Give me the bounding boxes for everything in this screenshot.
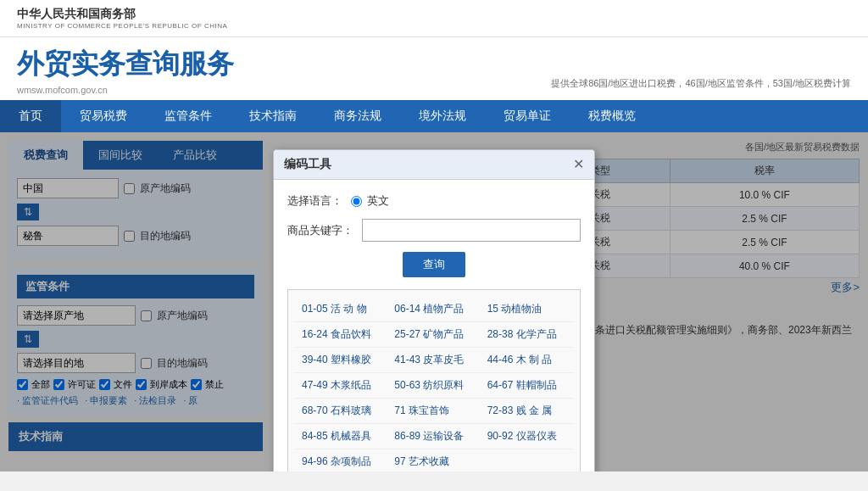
site-title-bar: 外贸实务查询服务 wmsw.mofcom.gov.cn 提供全球86国/地区进出… [0,37,868,100]
category-cell[interactable]: 41-43 皮革皮毛 [387,348,480,372]
nav-home[interactable]: 首页 [0,100,61,132]
category-cell[interactable]: 39-40 塑料橡胶 [295,348,387,372]
nav-foreign-law[interactable]: 境外法规 [400,100,485,132]
site-subtitle: 提供全球86国/地区进出口税费，46国/地区监管条件，53国/地区税费计算 [551,77,851,95]
category-cell[interactable]: 94-96 杂项制品 [295,449,387,471]
category-cell[interactable]: 01-05 活 动 物 [295,297,387,321]
keyword-input[interactable] [362,219,581,242]
nav-trade-tax[interactable]: 贸易税费 [61,100,146,132]
category-row: 94-96 杂项制品97 艺术收藏 [295,449,573,471]
content-wrapper: 税费查询 国间比较 产品比较 原产地编码 ⇅ 目的地编码 监管条件 [0,132,868,471]
modal-body: 选择语言： 英文 商品关键字： 查询 01-05 活 动 物06-14 植物产品… [274,180,594,471]
site-url: wmsw.mofcom.gov.cn [17,85,234,95]
category-row: 47-49 木浆纸品50-63 纺织原料64-67 鞋帽制品 [295,373,573,399]
category-cell[interactable]: 64-67 鞋帽制品 [481,373,573,398]
nav-trade-docs[interactable]: 贸易单证 [485,100,570,132]
category-row: 39-40 塑料橡胶41-43 皮革皮毛44-46 木 制 品 [295,348,573,373]
category-row: 84-85 机械器具86-89 运输设备90-92 仪器仪表 [295,424,573,449]
modal-close-button[interactable]: ✕ [573,158,584,171]
category-cell[interactable]: 47-49 木浆纸品 [295,373,387,398]
category-cell[interactable]: 71 珠宝首饰 [387,399,480,423]
language-label: 选择语言： [287,193,342,209]
nav-supervision[interactable]: 监管条件 [146,100,231,132]
modal-overlay: 编码工具 ✕ 选择语言： 英文 商品关键字： 查询 01-05 活 动 物06 [0,132,868,471]
category-row: 68-70 石料玻璃71 珠宝首饰72-83 贱 金 属 [295,399,573,424]
category-cell[interactable]: 16-24 食品饮料 [295,322,387,347]
main-nav: 首页 贸易税费 监管条件 技术指南 商务法规 境外法规 贸易单证 税费概览 [0,100,868,132]
ministry-name-en: MINISTRY OF COMMERCE PEOPLE'S REPUBLIC O… [17,22,227,30]
language-row: 选择语言： 英文 [287,193,581,209]
category-cell[interactable]: 44-46 木 制 品 [481,348,573,372]
category-cell[interactable]: 28-38 化学产品 [481,322,573,347]
top-header: 中华人民共和国商务部 MINISTRY OF COMMERCE PEOPLE'S… [0,0,868,37]
language-radio-english-label: 英文 [367,193,389,209]
category-cell [481,449,573,471]
category-row: 16-24 食品饮料25-27 矿物产品28-38 化学产品 [295,322,573,348]
language-radio-group: 英文 [351,193,389,209]
encoding-tool-modal: 编码工具 ✕ 选择语言： 英文 商品关键字： 查询 01-05 活 动 物06 [273,149,595,471]
nav-tech-guide[interactable]: 技术指南 [231,100,315,132]
category-grid: 01-05 活 动 物06-14 植物产品15 动植物油16-24 食品饮料25… [287,289,581,471]
category-cell[interactable]: 50-63 纺织原料 [387,373,480,398]
modal-header: 编码工具 ✕ [274,150,594,180]
modal-search-button[interactable]: 查询 [403,252,465,277]
nav-tax-overview[interactable]: 税费概览 [570,100,654,132]
category-cell[interactable]: 97 艺术收藏 [387,449,480,471]
category-cell[interactable]: 84-85 机械器具 [295,424,387,449]
modal-title: 编码工具 [284,157,331,172]
keyword-row: 商品关键字： [287,219,581,242]
category-cell[interactable]: 06-14 植物产品 [387,297,480,321]
category-row: 01-05 活 动 物06-14 植物产品15 动植物油 [295,297,573,322]
category-cell[interactable]: 90-92 仪器仪表 [481,424,573,449]
ministry-logo: 中华人民共和国商务部 MINISTRY OF COMMERCE PEOPLE'S… [17,7,227,30]
category-cell[interactable]: 72-83 贱 金 属 [481,399,573,423]
nav-commerce-law[interactable]: 商务法规 [315,100,400,132]
category-cell[interactable]: 86-89 运输设备 [387,424,480,449]
site-title: 外贸实务查询服务 [17,46,234,83]
category-cell[interactable]: 68-70 石料玻璃 [295,399,387,423]
category-cell[interactable]: 25-27 矿物产品 [387,322,480,347]
ministry-name-cn: 中华人民共和国商务部 [17,7,227,22]
category-cell[interactable]: 15 动植物油 [481,297,573,321]
keyword-label: 商品关键字： [287,223,353,238]
language-radio-english[interactable] [351,196,362,207]
